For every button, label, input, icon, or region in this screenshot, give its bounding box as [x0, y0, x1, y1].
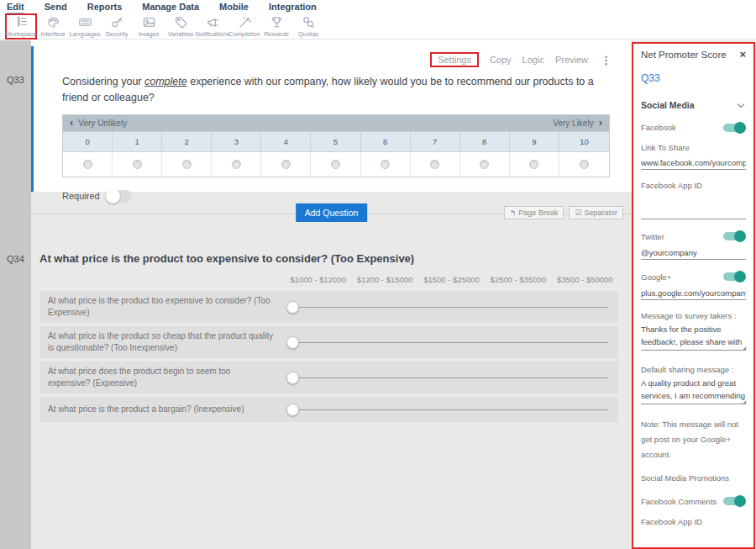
question-text-emphasis: complete — [144, 76, 187, 87]
required-toggle[interactable] — [107, 190, 132, 203]
question-action-button[interactable]: Copy — [490, 55, 512, 65]
slider-handle[interactable] — [286, 336, 299, 349]
scale-radio-button[interactable] — [83, 160, 92, 169]
toolbar-item[interactable]: Interface — [37, 13, 69, 40]
toolbar-item-label: Notifications — [196, 30, 230, 38]
scale-right-arrow-icon[interactable]: › — [599, 119, 602, 127]
scale-radio-button[interactable] — [182, 160, 192, 169]
text-input[interactable] — [641, 205, 746, 219]
interface-icon — [45, 15, 61, 29]
question-title-q34[interactable]: At what price is the product too expensi… — [39, 252, 414, 265]
textarea-field: A quality product and great services, I … — [641, 377, 746, 408]
message-textarea[interactable]: A quality product and great services, I … — [641, 377, 746, 404]
price-range-label: $3500 - $50000 — [552, 275, 618, 284]
scale-radio-button[interactable] — [133, 160, 142, 169]
required-row: Required — [62, 190, 632, 203]
price-range-header: $1000 - $12000$1200 - $15000$1500 - $250… — [285, 272, 618, 291]
text-input[interactable] — [641, 156, 746, 170]
toolbar-item[interactable]: Rewards — [260, 13, 292, 40]
panel-title: Net Promoter Score — [641, 50, 727, 60]
scale-left-label: Very Unlikely — [78, 119, 127, 128]
toolbar-item[interactable]: Quotas — [292, 13, 324, 40]
field-label: Facebook App ID — [641, 180, 746, 191]
toolbar-item[interactable]: Images — [133, 13, 165, 40]
scale-radio-button[interactable] — [430, 160, 439, 169]
nps-scale-header: ‹ Very Unlikely Very Likely › — [63, 115, 609, 131]
input-field — [641, 527, 746, 549]
scale-left-arrow-icon[interactable]: ‹ — [70, 119, 73, 127]
question-action-button[interactable]: Settings — [430, 52, 479, 67]
scale-point-label: 3 — [212, 132, 261, 151]
scale-radio-button[interactable] — [232, 160, 241, 169]
menu-item[interactable]: Mobile — [219, 2, 249, 13]
page-break-icon: ↰ — [510, 209, 517, 217]
toolbar-item[interactable]: Languages — [69, 13, 101, 40]
more-options-icon[interactable]: ⋮ — [599, 54, 613, 66]
question-number-gutter: Q33 Q34 — [0, 40, 31, 549]
close-icon[interactable]: × — [739, 50, 746, 59]
scale-radio-button[interactable] — [480, 160, 489, 169]
section-label: Social Media — [641, 100, 695, 110]
menu-item[interactable]: Manage Data — [142, 2, 199, 13]
scale-option-cell — [162, 152, 212, 177]
scale-option-cell — [510, 152, 559, 177]
nps-scale-options — [63, 151, 609, 177]
question-card-q33: Settings Copy Logic Preview ⋮ Considerin… — [31, 46, 632, 192]
question-actions: Settings Copy Logic Preview ⋮ — [430, 52, 613, 67]
scale-right-label: Very Likely — [553, 119, 593, 128]
text-input[interactable] — [641, 286, 746, 300]
toggle-switch[interactable] — [723, 272, 743, 281]
menu-item[interactable]: Edit — [7, 2, 24, 14]
scale-radio-button[interactable] — [529, 160, 538, 169]
toolbar-item[interactable]: Notifications — [197, 13, 228, 40]
add-question-button[interactable]: Add Question — [296, 203, 368, 222]
toggle-switch[interactable] — [723, 124, 743, 132]
toolbar-item-label: Variables — [168, 30, 194, 38]
slider-row: At what price is the product so cheap th… — [39, 326, 618, 358]
price-slider — [286, 301, 610, 314]
toolbar-item[interactable]: Completion — [228, 13, 260, 40]
slider-handle[interactable] — [286, 372, 299, 384]
slider-handle[interactable] — [286, 404, 299, 416]
slider-row-label: At what price is the product so cheap th… — [48, 330, 286, 354]
price-range-label: $2500 - $35000 — [485, 275, 551, 284]
scale-point-label: 4 — [261, 132, 311, 151]
toolbar-item[interactable]: Workspace — [5, 13, 37, 40]
toggle-switch[interactable] — [723, 497, 743, 505]
slider-row-label: At what price is the product a bargain? … — [48, 404, 286, 415]
workspace-icon — [13, 15, 29, 29]
social-media-section-header[interactable]: Social Media — [641, 100, 746, 110]
field-label: Message to survey takers : — [641, 310, 746, 321]
text-input[interactable] — [641, 541, 746, 549]
question-text-part: Considering your — [62, 76, 144, 87]
input-field — [641, 243, 746, 260]
question-number-q33: Q33 — [7, 75, 24, 85]
price-range-label: $1500 - $25000 — [418, 275, 485, 284]
question-action-button[interactable]: Logic — [522, 55, 544, 65]
scale-radio-button[interactable] — [281, 160, 291, 169]
toolbar-item[interactable]: Variables — [165, 13, 197, 40]
textarea-field: Thanks for the positive feedback!, pleas… — [641, 324, 746, 354]
toolbar-item[interactable]: Security — [101, 13, 133, 40]
survey-canvas: Settings Copy Logic Preview ⋮ Considerin… — [31, 40, 632, 549]
menu-item[interactable]: Integration — [269, 2, 317, 13]
question-action-button[interactable]: Preview — [555, 55, 588, 65]
message-textarea[interactable]: Thanks for the positive feedback!, pleas… — [641, 324, 746, 351]
toolbar-item-label: Languages — [69, 30, 100, 38]
menu-item[interactable]: Send — [45, 2, 67, 13]
page-break-button[interactable]: ↰ Page Break — [504, 206, 564, 219]
scale-radio-button[interactable] — [331, 160, 340, 169]
menu-item[interactable]: Reports — [87, 2, 123, 13]
question-text-q33[interactable]: Considering your complete experience wit… — [62, 74, 610, 107]
toolbar-item-label: Security — [105, 30, 128, 38]
toggle-switch[interactable] — [723, 232, 743, 240]
toggle-field: Facebook Comments — [641, 497, 746, 506]
panel-question-id: Q33 — [641, 72, 746, 84]
question-settings-panel: Net Promoter Score × Q33 Social Media Fa… — [632, 42, 755, 549]
scale-radio-button[interactable] — [381, 160, 390, 169]
separator-button[interactable]: ☑ Separator — [569, 206, 623, 219]
slider-handle[interactable] — [286, 301, 299, 314]
text-input[interactable] — [641, 245, 746, 260]
scale-point-label: 2 — [162, 132, 212, 151]
scale-radio-button[interactable] — [580, 160, 589, 169]
